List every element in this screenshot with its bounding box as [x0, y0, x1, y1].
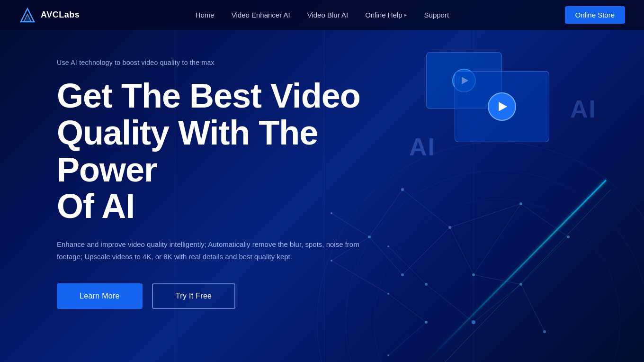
navbar: AVCLabs Home Video Enhancer AI Video Blu…: [0, 0, 644, 30]
ai-label-left: AI: [409, 133, 436, 161]
logo-text: AVCLabs: [41, 10, 80, 20]
chevron-down-icon: ▸: [404, 12, 407, 18]
hero-subtitle: Use AI technology to boost video quality…: [57, 59, 379, 66]
ai-label-right: AI: [570, 95, 597, 123]
nav-link-home[interactable]: Home: [196, 11, 215, 19]
hero-buttons: Learn More Try It Free: [57, 283, 379, 309]
nav-link-online-help[interactable]: Online Help ▸: [365, 11, 407, 19]
nav-item-video-enhancer[interactable]: Video Enhancer AI: [232, 11, 290, 19]
nav-link-video-blur[interactable]: Video Blur AI: [307, 11, 348, 19]
try-free-button[interactable]: Try It Free: [152, 283, 236, 309]
play-icon-primary: [499, 102, 507, 111]
nav-link-support[interactable]: Support: [424, 11, 449, 19]
nav-links: Home Video Enhancer AI Video Blur AI Onl…: [196, 11, 449, 19]
logo-link[interactable]: AVCLabs: [19, 7, 80, 24]
hero-title: Get The Best Video Quality With The Powe…: [57, 78, 379, 225]
nav-item-home[interactable]: Home: [196, 11, 215, 19]
nav-item-video-blur[interactable]: Video Blur AI: [307, 11, 348, 19]
nav-link-video-enhancer[interactable]: Video Enhancer AI: [232, 11, 290, 19]
video-cards: [455, 71, 549, 142]
nav-item-online-help[interactable]: Online Help ▸: [365, 11, 407, 19]
hero-description: Enhance and improve video quality intell…: [57, 238, 379, 262]
hero-section: Use AI technology to boost video quality…: [0, 30, 379, 309]
video-card-primary: [455, 71, 549, 142]
learn-more-button[interactable]: Learn More: [57, 283, 143, 309]
logo-icon: [19, 7, 36, 24]
online-store-button[interactable]: Online Store: [565, 6, 625, 24]
play-button-primary: [488, 92, 516, 121]
nav-item-support[interactable]: Support: [424, 11, 449, 19]
svg-marker-45: [24, 14, 31, 22]
